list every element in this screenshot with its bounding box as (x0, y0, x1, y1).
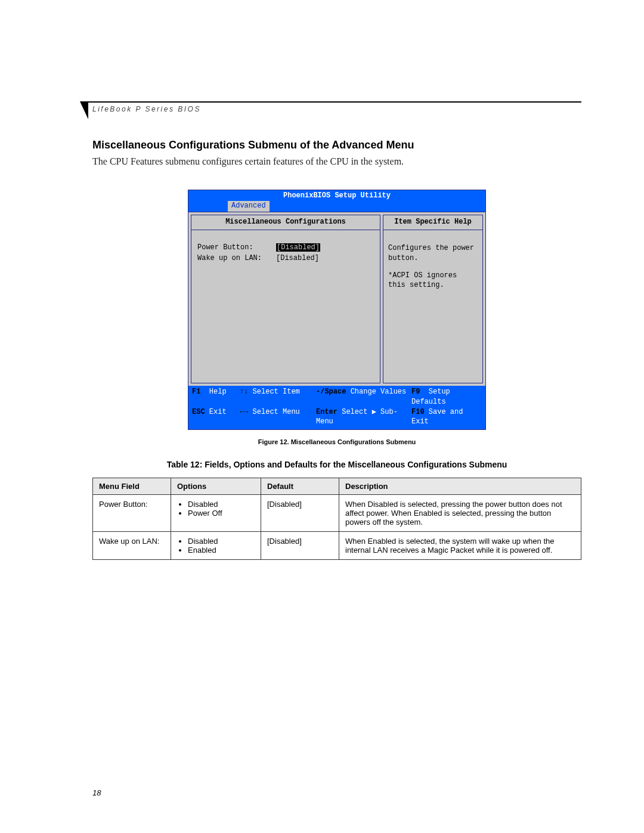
option-item: Enabled (188, 546, 255, 555)
cell-desc: When Disabled is selected, pressing the … (339, 495, 581, 532)
tab-advanced[interactable]: Advanced (228, 201, 270, 212)
bios-title: PhoenixBIOS Setup Utility (188, 190, 485, 201)
option-item: Disabled (188, 537, 255, 546)
exit-label: Exit (209, 408, 227, 416)
bios-panel-title: Miscellaneous Configurations (191, 215, 380, 230)
bios-help-line: Configures the power button. (388, 243, 478, 264)
bios-field-row[interactable]: Power Button: [Disabled] (197, 243, 374, 252)
page: LifeBook P Series BIOS Miscellaneous Con… (0, 0, 644, 833)
bios-footer: F1 Help ↑↓ Select Item -/Space Change Va… (188, 386, 485, 429)
bios-field-row[interactable]: Wake up on LAN: [Disabled] (197, 254, 374, 262)
header-rule (83, 101, 581, 103)
table-header-row: Menu Field Options Default Description (93, 478, 581, 495)
cell-field: Wake up on LAN: (93, 532, 171, 560)
bios-field-value[interactable]: [Disabled] (276, 254, 319, 262)
table-row: Power Button: Disabled Power Off [Disabl… (93, 495, 581, 532)
cell-desc: When Enabled is selected, the system wil… (339, 532, 581, 560)
bios-help-line: *ACPI OS ignores this setting. (388, 271, 478, 291)
key-f1: F1 (192, 388, 200, 396)
option-item: Power Off (188, 509, 255, 518)
th-default: Default (261, 478, 339, 495)
section-intro: The CPU Features submenu configures cert… (92, 156, 581, 167)
option-item: Disabled (188, 500, 255, 509)
bios-help-panel: Item Specific Help Configures the power … (383, 215, 483, 383)
th-options: Options (171, 478, 261, 495)
cell-options: Disabled Power Off (171, 495, 261, 532)
key-f9: F9 (411, 388, 420, 396)
page-number: 18 (92, 788, 101, 797)
bios-field-label: Power Button: (197, 243, 276, 252)
bios-field-label: Wake up on LAN: (197, 254, 276, 262)
bios-field-value-selected[interactable]: [Disabled] (276, 243, 320, 252)
key-leftright-icon: ←→ (240, 408, 248, 416)
key-esc: ESC (192, 408, 205, 416)
key-f10: F10 (411, 408, 425, 416)
cell-default: [Disabled] (261, 495, 339, 532)
cell-field: Power Button: (93, 495, 171, 532)
key-updown-icon: ↑↓ (240, 388, 248, 396)
key-space: -/Space (316, 388, 346, 396)
change-values-label: Change Values (351, 388, 407, 396)
bios-help-title: Item Specific Help (383, 215, 482, 230)
key-enter: Enter (316, 408, 338, 416)
cell-default: [Disabled] (261, 532, 339, 560)
bios-left-panel: Miscellaneous Configurations Power Butto… (191, 215, 380, 383)
figure-caption: Figure 12. Miscellaneous Configurations … (92, 438, 581, 445)
cell-options: Disabled Enabled (171, 532, 261, 560)
bios-main: Miscellaneous Configurations Power Butto… (188, 212, 485, 386)
table-title: Table 12: Fields, Options and Defaults f… (92, 460, 581, 469)
th-description: Description (339, 478, 581, 495)
bios-tabbar: Advanced (188, 201, 485, 212)
select-item-label: Select Item (253, 388, 300, 396)
header-label: LifeBook P Series BIOS (92, 105, 201, 113)
bios-window: PhoenixBIOS Setup Utility Advanced Misce… (188, 190, 486, 430)
options-table: Menu Field Options Default Description P… (92, 478, 581, 560)
select-menu-label: Select Menu (253, 408, 300, 416)
table-row: Wake up on LAN: Disabled Enabled [Disabl… (93, 532, 581, 560)
header-tab-icon (80, 101, 88, 119)
th-menu-field: Menu Field (93, 478, 171, 495)
section-title: Miscellaneous Configurations Submenu of … (92, 139, 581, 151)
key-help-label: Help (209, 388, 227, 396)
